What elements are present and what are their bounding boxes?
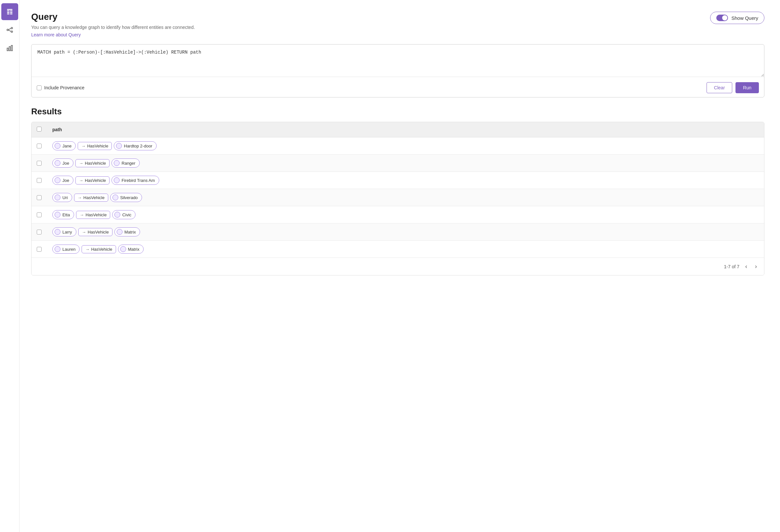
edge-pill[interactable]: → HasVehicle [76, 159, 109, 167]
person-node-pill[interactable]: Jane [52, 141, 76, 150]
provenance-label[interactable]: Include Provenance [37, 85, 85, 90]
edge-pill[interactable]: → HasVehicle [74, 194, 108, 202]
clear-button[interactable]: Clear [706, 82, 732, 93]
row-checkbox[interactable] [37, 178, 42, 183]
row-checkbox[interactable] [37, 212, 42, 217]
vehicle-node-pill[interactable]: Ranger [111, 159, 140, 168]
person-node-pill[interactable]: Etta [52, 210, 74, 219]
row-checkbox[interactable] [37, 161, 42, 166]
toggle-knob [722, 15, 727, 20]
header-checkbox-cell [32, 122, 47, 138]
edge-arrow: → [79, 178, 83, 183]
person-node-pill[interactable]: Lauren [52, 245, 80, 254]
vehicle-node-label: Silverado [120, 195, 138, 200]
row-path-cell: Jane→ HasVehicleHardtop 2-door [47, 138, 764, 155]
row-path-cell: Joe→ HasVehicleRanger [47, 155, 764, 172]
table-row: Jane→ HasVehicleHardtop 2-door [32, 138, 764, 155]
row-checkbox[interactable] [37, 195, 42, 200]
person-node-pill[interactable]: Joe [52, 176, 74, 185]
table-row: Lauren→ HasVehicleMatrix [32, 241, 764, 258]
query-footer: Include Provenance Clear Run [32, 78, 764, 97]
vehicle-node-label: Civic [122, 212, 131, 217]
page-title: Query [31, 12, 195, 22]
person-node-icon [55, 229, 60, 235]
vehicle-node-icon [114, 177, 119, 183]
prev-page-button[interactable]: ‹ [743, 262, 749, 271]
edge-pill[interactable]: → HasVehicle [78, 142, 112, 150]
vehicle-node-pill[interactable]: Hardtop 2-door [114, 141, 156, 150]
query-actions: Clear Run [706, 82, 759, 93]
edge-label: HasVehicle [88, 230, 109, 234]
edge-label: HasVehicle [84, 195, 105, 200]
table-icon [6, 8, 13, 15]
results-table-container: path Jane→ HasVehicleHardtop 2-doorJoe→ … [31, 122, 765, 275]
path-row: Uri→ HasVehicleSilverado [52, 193, 759, 202]
sidebar-item-graph[interactable] [1, 21, 18, 38]
results-table: path Jane→ HasVehicleHardtop 2-doorJoe→ … [32, 122, 764, 258]
show-query-label: Show Query [731, 15, 758, 21]
person-node-label: Joe [62, 178, 69, 183]
person-node-icon [55, 143, 60, 149]
column-header-path: path [47, 122, 764, 138]
row-path-cell: Joe→ HasVehicleFirebird Trans Am [47, 172, 764, 189]
vehicle-node-pill[interactable]: Silverado [110, 193, 142, 202]
table-row: Joe→ HasVehicleRanger [32, 155, 764, 172]
row-checkbox[interactable] [37, 230, 42, 234]
path-row: Etta→ HasVehicleCivic [52, 210, 759, 219]
vehicle-node-pill[interactable]: Firebird Trans Am [111, 176, 159, 185]
edge-pill[interactable]: → HasVehicle [82, 245, 116, 253]
row-checkbox[interactable] [37, 144, 42, 148]
svg-point-8 [11, 27, 13, 29]
provenance-checkbox[interactable] [37, 86, 42, 90]
sidebar [0, 0, 19, 532]
sidebar-item-table[interactable] [1, 3, 18, 20]
show-query-toggle[interactable]: Show Query [710, 12, 765, 24]
row-path-cell: Larry→ HasVehicleMatrix [47, 223, 764, 241]
svg-rect-1 [7, 10, 9, 11]
row-checkbox-cell [32, 189, 47, 206]
svg-rect-6 [10, 14, 12, 15]
toggle-switch [716, 15, 728, 21]
edge-pill[interactable]: → HasVehicle [76, 211, 110, 219]
person-node-label: Larry [62, 230, 72, 234]
query-textarea[interactable]: MATCH path = (:Person)-[:HasVehicle]->(:… [32, 45, 764, 77]
row-checkbox-cell [32, 138, 47, 155]
table-header-row: path [32, 122, 764, 138]
page-subtitle: You can query a knowledge graph to ident… [31, 25, 195, 30]
next-page-button[interactable]: › [753, 262, 759, 271]
path-row: Lauren→ HasVehicleMatrix [52, 245, 759, 254]
person-node-pill[interactable]: Larry [52, 227, 77, 236]
person-node-pill[interactable]: Joe [52, 159, 74, 168]
person-node-label: Lauren [62, 247, 76, 252]
vehicle-node-pill[interactable]: Matrix [114, 227, 140, 236]
person-node-icon [55, 177, 60, 183]
header-left: Query You can query a knowledge graph to… [31, 12, 195, 38]
vehicle-node-icon [114, 160, 119, 166]
svg-rect-14 [11, 46, 12, 51]
sidebar-item-chart[interactable] [1, 40, 18, 56]
edge-arrow: → [81, 144, 86, 148]
edge-label: HasVehicle [86, 212, 107, 217]
svg-point-9 [11, 31, 13, 33]
svg-rect-13 [9, 46, 10, 51]
table-row: Joe→ HasVehicleFirebird Trans Am [32, 172, 764, 189]
edge-label: HasVehicle [85, 178, 106, 183]
edge-pill[interactable]: → HasVehicle [78, 228, 112, 236]
run-button[interactable]: Run [735, 82, 759, 93]
vehicle-node-pill[interactable]: Civic [112, 210, 136, 219]
main-content: Query You can query a knowledge graph to… [19, 0, 780, 532]
path-row: Jane→ HasVehicleHardtop 2-door [52, 141, 759, 150]
svg-line-10 [8, 28, 11, 30]
row-checkbox-cell [32, 241, 47, 258]
svg-rect-0 [7, 9, 12, 10]
edge-pill[interactable]: → HasVehicle [76, 176, 109, 184]
row-checkbox[interactable] [37, 247, 42, 252]
vehicle-node-label: Hardtop 2-door [124, 144, 152, 148]
vehicle-node-pill[interactable]: Matrix [118, 245, 144, 254]
row-checkbox-cell [32, 172, 47, 189]
person-node-pill[interactable]: Uri [52, 193, 72, 202]
header-checkbox[interactable] [37, 127, 42, 131]
learn-more-link[interactable]: Learn more about Query [31, 32, 81, 37]
edge-arrow: → [82, 230, 86, 234]
edge-label: HasVehicle [85, 161, 106, 166]
